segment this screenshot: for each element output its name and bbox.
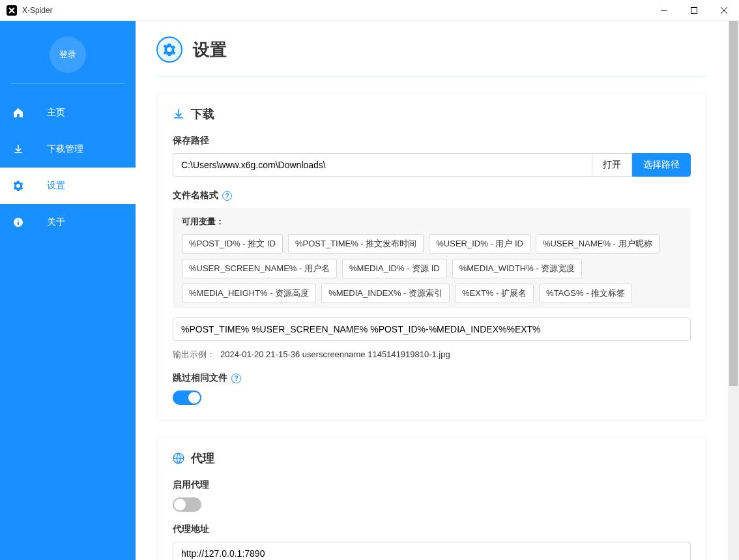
minimize-button[interactable] [649,0,679,21]
download-icon [173,108,184,120]
app-icon [7,5,17,16]
variable-tag[interactable]: %USER_ID% - 用户 ID [429,234,530,254]
download-card: 下载 保存路径 打开 选择路径 文件名格式 ? 可用变量： %POST_I [156,93,707,421]
download-icon [13,144,23,155]
gear-icon [156,37,182,63]
window-title: X-Spider [22,6,649,15]
variable-tag[interactable]: %POST_ID% - 推文 ID [182,234,283,254]
page-title: 设置 [193,38,227,61]
variable-tag[interactable]: %USER_NAME% - 用户昵称 [536,234,659,254]
sidebar-item-label: 主页 [47,107,65,119]
variable-tag[interactable]: %MEDIA_INDEX% - 资源索引 [321,284,450,303]
card-title: 代理 [191,450,214,466]
home-icon [13,108,23,118]
variable-tag[interactable]: %MEDIA_ID% - 资源 ID [342,259,447,278]
svg-point-3 [18,220,19,221]
sidebar-item-settings[interactable]: 设置 [0,168,136,204]
proxy-address-label: 代理地址 [173,523,691,535]
variable-tag[interactable]: %TAGS% - 推文标签 [539,284,632,303]
save-path-input[interactable] [173,153,592,177]
close-button[interactable] [709,0,739,21]
skip-same-toggle[interactable] [173,391,201,405]
sidebar-item-label: 下载管理 [47,143,83,155]
sidebar-divider [10,83,125,84]
variables-label: 可用变量： [182,216,682,228]
open-button[interactable]: 打开 [592,153,632,177]
sidebar-item-label: 关于 [47,216,65,228]
info-icon [13,217,23,228]
enable-proxy-toggle[interactable] [173,497,201,512]
login-button[interactable]: 登录 [50,37,86,73]
help-icon[interactable]: ? [222,191,232,201]
choose-path-button[interactable]: 选择路径 [632,153,691,177]
sidebar: 登录 主页 下载管理 设置 关于 [0,21,136,560]
filename-format-label: 文件名格式 ? [173,190,691,201]
save-path-label: 保存路径 [173,135,691,147]
globe-icon [173,452,184,464]
variable-tag[interactable]: %MEDIA_WIDTH% - 资源宽度 [452,259,583,278]
svg-rect-0 [691,7,697,13]
proxy-address-input[interactable] [173,542,691,560]
sidebar-item-about[interactable]: 关于 [0,204,136,241]
help-icon[interactable]: ? [231,374,241,383]
svg-rect-2 [18,222,19,225]
sidebar-item-label: 设置 [47,180,65,192]
output-example: 输出示例：2024-01-20 21-15-36 userscreenname … [173,349,691,361]
gear-icon [13,181,23,191]
enable-proxy-label: 启用代理 [173,479,691,491]
variable-tag[interactable]: %POST_TIME% - 推文发布时间 [288,234,424,254]
filename-format-input[interactable] [173,317,691,341]
maximize-button[interactable] [679,0,709,21]
variable-tag[interactable]: %EXT% - 扩展名 [455,284,534,303]
page-header: 设置 [156,37,707,77]
variable-tag[interactable]: %USER_SCREEN_NAME% - 用户名 [182,259,337,278]
variables-box: 可用变量： %POST_ID% - 推文 ID%POST_TIME% - 推文发… [173,208,691,308]
titlebar: X-Spider [0,0,739,21]
card-title: 下载 [191,106,214,122]
proxy-card: 代理 启用代理 代理地址 [156,437,707,560]
sidebar-item-downloads[interactable]: 下载管理 [0,131,136,168]
sidebar-item-home[interactable]: 主页 [0,95,136,131]
skip-same-label: 跳过相同文件 ? [173,372,691,384]
variable-tag[interactable]: %MEDIA_HEIGHT% - 资源高度 [182,284,316,303]
scrollbar[interactable] [728,21,739,560]
